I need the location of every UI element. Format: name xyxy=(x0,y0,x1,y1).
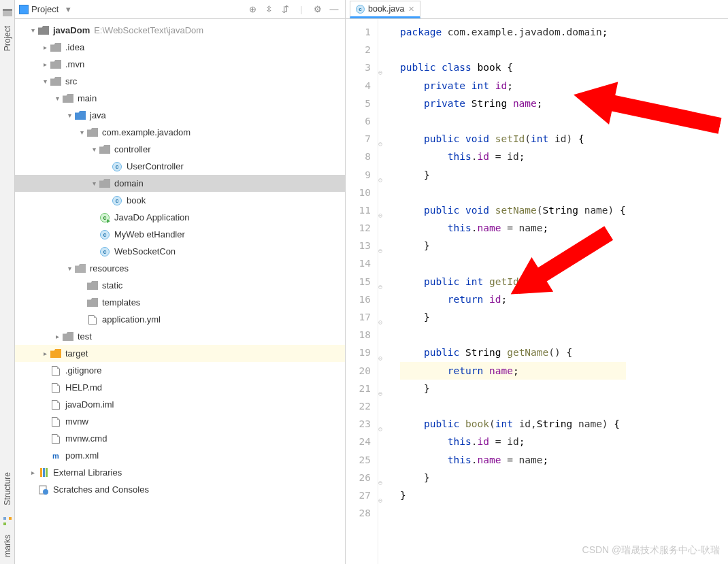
expand-icon[interactable]: ⇳ xyxy=(262,3,276,16)
chevron-icon[interactable]: ▸ xyxy=(52,333,63,340)
fold-icon[interactable]: ⊖ xyxy=(378,64,382,82)
code-line-11[interactable]: public void setName(String name) { xyxy=(400,201,626,219)
chevron-icon[interactable]: ▾ xyxy=(88,180,99,187)
project-view-label[interactable]: Project xyxy=(31,4,59,14)
side-tab-project[interactable]: Project xyxy=(1,22,14,55)
chevron-icon[interactable]: ▸ xyxy=(27,469,38,476)
side-tab-structure[interactable]: Structure xyxy=(1,468,14,510)
code-line-18[interactable] xyxy=(400,326,626,344)
tree-iml[interactable]: javaDom.iml xyxy=(15,396,345,413)
tree-target[interactable]: ▸target xyxy=(15,345,345,362)
fold-icon[interactable]: ⊖ xyxy=(378,278,382,296)
hide-icon[interactable]: — xyxy=(327,3,341,16)
code-line-1[interactable]: package com.example.javadom.domain; xyxy=(400,23,626,41)
code-line-28[interactable] xyxy=(400,504,626,522)
chevron-icon[interactable]: ▾ xyxy=(64,265,75,272)
fold-icon[interactable]: ⊖ xyxy=(378,385,382,403)
tree-static[interactable]: static xyxy=(15,277,345,294)
collapse-icon[interactable]: ⇵ xyxy=(278,3,292,16)
close-icon[interactable]: ✕ xyxy=(408,5,414,14)
code-line-12[interactable]: this.name = name; xyxy=(400,219,626,237)
tree-root[interactable]: ▾javaDomE:\WebSocketText\javaDom xyxy=(15,22,345,39)
tree-wsconfig[interactable]: cWebSocketCon xyxy=(15,243,345,260)
code-line-5[interactable]: private String name; xyxy=(400,95,626,112)
tree-app[interactable]: cJavaDo Application xyxy=(15,209,345,226)
tree-controller[interactable]: ▾controller xyxy=(15,141,345,158)
tree-appyml[interactable]: application.yml xyxy=(15,311,345,328)
tree-item-label: pom.xml xyxy=(65,450,99,461)
tree-handler[interactable]: cMyWeb etHandler xyxy=(15,226,345,243)
tree-gitignore[interactable]: .gitignore xyxy=(15,362,345,379)
tab-book-java[interactable]: c book.java ✕ xyxy=(350,1,420,18)
chevron-icon[interactable]: ▾ xyxy=(27,27,38,34)
tree-templates[interactable]: templates xyxy=(15,294,345,311)
tree-extlibs[interactable]: ▸External Libraries xyxy=(15,464,345,481)
code-line-14[interactable] xyxy=(400,254,626,272)
tree-idea[interactable]: ▸.idea xyxy=(15,39,345,56)
fold-icon[interactable]: ⊖ xyxy=(378,135,382,153)
code-line-8[interactable]: this.id = id; xyxy=(400,148,626,165)
tree-domain[interactable]: ▾domain xyxy=(15,175,345,192)
code-line-13[interactable]: } xyxy=(400,237,626,254)
code-line-27[interactable]: } xyxy=(400,486,626,504)
code-line-4[interactable]: private int id; xyxy=(400,77,626,95)
side-tab-bookmarks[interactable]: marks xyxy=(1,531,14,561)
code-line-2[interactable] xyxy=(400,41,626,59)
tree-scratches[interactable]: Scratches and Consoles xyxy=(15,481,345,498)
chevron-icon[interactable]: ▾ xyxy=(64,112,75,119)
dropdown-icon[interactable]: ▾ xyxy=(61,3,75,16)
fold-icon[interactable]: ⊖ xyxy=(378,314,382,331)
code-line-6[interactable] xyxy=(400,112,626,130)
code-line-22[interactable] xyxy=(400,397,626,415)
editor-tabs: c book.java ✕ xyxy=(346,0,420,18)
code-line-20[interactable]: return name; xyxy=(400,362,626,380)
fold-icon[interactable]: ⊖ xyxy=(378,171,382,189)
code-line-19[interactable]: public String getName() { xyxy=(400,344,626,361)
code-line-21[interactable]: } xyxy=(400,380,626,397)
chevron-icon[interactable]: ▸ xyxy=(39,61,50,68)
tree-mvnw[interactable]: mvnw xyxy=(15,413,345,430)
tree-help[interactable]: HELP.md xyxy=(15,379,345,396)
gear-icon[interactable]: ⚙ xyxy=(311,3,325,16)
code-line-24[interactable]: this.id = id; xyxy=(400,433,626,450)
target-icon[interactable]: ⊕ xyxy=(246,3,259,16)
project-tree[interactable]: ▾javaDomE:\WebSocketText\javaDom▸.idea▸.… xyxy=(15,19,346,564)
code-line-26[interactable]: } xyxy=(400,469,626,486)
code-line-17[interactable]: } xyxy=(400,308,626,326)
chevron-icon[interactable]: ▸ xyxy=(39,350,50,357)
chevron-icon[interactable]: ▾ xyxy=(52,95,63,102)
tree-pkg[interactable]: ▾com.example.javadom xyxy=(15,124,345,141)
tree-resources[interactable]: ▾resources xyxy=(15,260,345,277)
tree-test[interactable]: ▸test xyxy=(15,328,345,345)
fold-icon[interactable]: ⊖ xyxy=(378,207,382,225)
structure-icon[interactable] xyxy=(2,516,13,527)
tree-java[interactable]: ▾java xyxy=(15,107,345,124)
fold-icon[interactable]: ⊖ xyxy=(378,474,382,492)
project-view-icon xyxy=(19,5,29,14)
tree-book[interactable]: cbook xyxy=(15,192,345,209)
code-line-16[interactable]: return id; xyxy=(400,291,626,308)
project-tab-icon[interactable] xyxy=(2,7,13,18)
chevron-icon[interactable]: ▾ xyxy=(39,78,50,85)
code-editor[interactable]: 1234567891011121314151617181920212223242… xyxy=(346,19,728,564)
fold-icon[interactable]: ⊖ xyxy=(378,420,382,438)
chevron-icon[interactable]: ▾ xyxy=(88,146,99,153)
code-line-7[interactable]: public void setId(int id) { xyxy=(400,130,626,148)
fold-icon[interactable]: ⊖ xyxy=(378,492,382,510)
tree-mvn[interactable]: ▸.mvn xyxy=(15,56,345,73)
code-line-9[interactable]: } xyxy=(400,166,626,184)
code-line-23[interactable]: public book(int id,String name) { xyxy=(400,415,626,433)
chevron-icon[interactable]: ▾ xyxy=(76,129,87,136)
code-line-25[interactable]: this.name = name; xyxy=(400,451,626,469)
code-line-3[interactable]: public class book { xyxy=(400,59,626,76)
tree-mvnwcmd[interactable]: mvnw.cmd xyxy=(15,430,345,447)
code-line-10[interactable] xyxy=(400,184,626,201)
tree-main[interactable]: ▾main xyxy=(15,90,345,107)
code-line-15[interactable]: public int getId() { xyxy=(400,273,626,291)
chevron-icon[interactable]: ▸ xyxy=(39,44,50,51)
fold-icon[interactable]: ⊖ xyxy=(378,242,382,260)
tree-usercontroller[interactable]: cUserController xyxy=(15,158,345,175)
tree-pom[interactable]: mpom.xml xyxy=(15,447,345,464)
fold-icon[interactable]: ⊖ xyxy=(378,350,382,367)
tree-src[interactable]: ▾src xyxy=(15,73,345,90)
